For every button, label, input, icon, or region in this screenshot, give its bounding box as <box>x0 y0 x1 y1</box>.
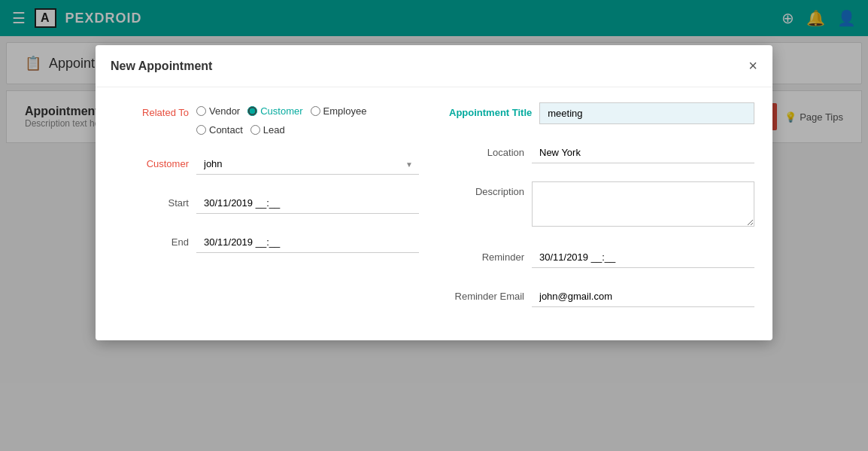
modal-close-button[interactable]: × <box>748 57 757 75</box>
lead-radio[interactable]: Lead <box>250 124 285 136</box>
location-input-wrap <box>532 142 754 149</box>
related-to-label: Related To <box>114 102 189 118</box>
appointment-title-input[interactable] <box>539 102 754 124</box>
modal-left-col: Related To Vendor Customer Employee <box>114 102 419 149</box>
customer-radio[interactable]: Customer <box>247 105 302 117</box>
location-row: Location <box>449 142 754 149</box>
contact-radio[interactable]: Contact <box>196 124 243 136</box>
modal-title: New Appointment <box>111 59 212 73</box>
modal-body: Related To Vendor Customer Employee <box>96 87 772 149</box>
vendor-radio[interactable]: Vendor <box>196 105 240 117</box>
related-to-row: Related To Vendor Customer Employee <box>114 102 419 136</box>
modal-header: New Appointment × <box>96 45 772 87</box>
modal-right-col: Appointment Title Location Description <box>449 102 754 149</box>
appointment-title-row: Appointment Title <box>449 102 754 124</box>
appointment-title-wrap <box>539 102 754 124</box>
employee-radio[interactable]: Employee <box>311 105 367 117</box>
related-to-options: Vendor Customer Employee Contact <box>196 102 419 136</box>
appointment-title-label: Appointment Title <box>449 102 532 118</box>
location-label: Location <box>449 142 524 149</box>
new-appointment-modal: New Appointment × Related To Vendor <box>96 45 772 149</box>
modal-overlay: New Appointment × Related To Vendor <box>0 0 868 149</box>
location-input[interactable] <box>532 142 754 149</box>
